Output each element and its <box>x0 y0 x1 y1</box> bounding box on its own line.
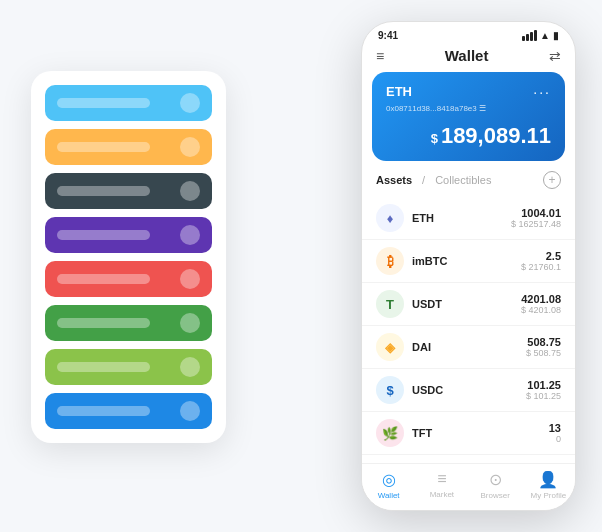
header-title: Wallet <box>445 47 489 64</box>
asset-row-dai[interactable]: ◈DAI508.75$ 508.75 <box>362 326 575 369</box>
time-label: 9:41 <box>378 30 398 41</box>
battery-icon: ▮ <box>553 30 559 41</box>
signal-bar-2 <box>526 34 529 41</box>
asset-usd-value-dai: $ 508.75 <box>526 348 561 358</box>
asset-amounts-dai: 508.75$ 508.75 <box>526 336 561 358</box>
card-item-icon-2 <box>180 181 200 201</box>
eth-card-label: ETH <box>386 84 412 99</box>
bottom-nav: ◎Wallet≡Market⊙Browser👤My Profile <box>362 463 575 510</box>
asset-amounts-usdt: 4201.08$ 4201.08 <box>521 293 561 315</box>
card-item-3[interactable] <box>45 217 212 253</box>
asset-usd-value-tft: 0 <box>549 434 561 444</box>
asset-icon-eth: ♦ <box>376 204 404 232</box>
asset-usd-value-eth: $ 162517.48 <box>511 219 561 229</box>
card-item-bar-6 <box>57 362 150 372</box>
asset-row-imbtc[interactable]: ₿imBTC2.5$ 21760.1 <box>362 240 575 283</box>
card-item-1[interactable] <box>45 129 212 165</box>
card-item-bar-5 <box>57 318 150 328</box>
card-item-bar-0 <box>57 98 150 108</box>
asset-amounts-eth: 1004.01$ 162517.48 <box>511 207 561 229</box>
asset-amounts-imbtc: 2.5$ 21760.1 <box>521 250 561 272</box>
asset-usd-value-imbtc: $ 21760.1 <box>521 262 561 272</box>
asset-list: ♦ETH1004.01$ 162517.48₿imBTC2.5$ 21760.1… <box>362 197 575 463</box>
card-item-icon-3 <box>180 225 200 245</box>
menu-icon[interactable]: ≡ <box>376 48 384 64</box>
card-item-0[interactable] <box>45 85 212 121</box>
scan-icon[interactable]: ⇄ <box>549 48 561 64</box>
profile-nav-icon: 👤 <box>538 470 558 489</box>
nav-label-my-profile: My Profile <box>531 491 567 500</box>
card-item-icon-4 <box>180 269 200 289</box>
eth-card[interactable]: ETH ··· 0x08711d38...8418a78e3 ☰ $189,08… <box>372 72 565 161</box>
tab-assets[interactable]: Assets <box>376 174 412 186</box>
asset-row-usdc[interactable]: $USDC101.25$ 101.25 <box>362 369 575 412</box>
asset-name-usdc: USDC <box>412 384 526 396</box>
card-item-5[interactable] <box>45 305 212 341</box>
phone-mockup: 9:41 ▲ ▮ ≡ Wallet ⇄ ETH ··· <box>361 21 576 511</box>
card-item-icon-6 <box>180 357 200 377</box>
asset-icon-tft: 🌿 <box>376 419 404 447</box>
eth-balance-symbol: $ <box>431 131 438 146</box>
card-item-bar-1 <box>57 142 150 152</box>
card-item-icon-5 <box>180 313 200 333</box>
card-item-icon-7 <box>180 401 200 421</box>
add-asset-button[interactable]: + <box>543 171 561 189</box>
card-item-6[interactable] <box>45 349 212 385</box>
asset-amounts-usdc: 101.25$ 101.25 <box>526 379 561 401</box>
browser-nav-icon: ⊙ <box>489 470 502 489</box>
asset-usd-value-usdc: $ 101.25 <box>526 391 561 401</box>
asset-icon-usdc: $ <box>376 376 404 404</box>
asset-name-imbtc: imBTC <box>412 255 521 267</box>
asset-amount-value-usdt: 4201.08 <box>521 293 561 305</box>
asset-usd-value-usdt: $ 4201.08 <box>521 305 561 315</box>
asset-name-eth: ETH <box>412 212 511 224</box>
eth-card-menu[interactable]: ··· <box>533 84 551 100</box>
asset-icon-imbtc: ₿ <box>376 247 404 275</box>
nav-label-browser: Browser <box>480 491 509 500</box>
assets-tabs: Assets / Collectibles <box>376 174 491 186</box>
asset-amounts-tft: 130 <box>549 422 561 444</box>
asset-amount-value-eth: 1004.01 <box>511 207 561 219</box>
card-item-bar-7 <box>57 406 150 416</box>
asset-amount-value-dai: 508.75 <box>526 336 561 348</box>
status-icons: ▲ ▮ <box>522 30 559 41</box>
asset-icon-usdt: T <box>376 290 404 318</box>
card-stack <box>31 71 226 443</box>
nav-label-market: Market <box>430 490 454 499</box>
asset-icon-dai: ◈ <box>376 333 404 361</box>
card-item-2[interactable] <box>45 173 212 209</box>
card-item-icon-1 <box>180 137 200 157</box>
asset-row-tft[interactable]: 🌿TFT130 <box>362 412 575 455</box>
nav-item-browser[interactable]: ⊙Browser <box>469 470 522 500</box>
nav-label-wallet: Wallet <box>378 491 400 500</box>
asset-row-usdt[interactable]: TUSDT4201.08$ 4201.08 <box>362 283 575 326</box>
eth-balance: $189,089.11 <box>386 123 551 149</box>
card-item-7[interactable] <box>45 393 212 429</box>
wifi-icon: ▲ <box>540 30 550 41</box>
asset-amount-value-imbtc: 2.5 <box>521 250 561 262</box>
signal-bar-1 <box>522 36 525 41</box>
card-item-icon-0 <box>180 93 200 113</box>
market-nav-icon: ≡ <box>437 470 446 488</box>
signal-bar-4 <box>534 30 537 41</box>
asset-name-tft: TFT <box>412 427 549 439</box>
card-item-4[interactable] <box>45 261 212 297</box>
asset-name-dai: DAI <box>412 341 526 353</box>
nav-item-my-profile[interactable]: 👤My Profile <box>522 470 575 500</box>
asset-name-usdt: USDT <box>412 298 521 310</box>
tab-collectibles[interactable]: Collectibles <box>435 174 491 186</box>
nav-item-market[interactable]: ≡Market <box>415 470 468 500</box>
eth-balance-value: 189,089.11 <box>441 123 551 148</box>
card-item-bar-2 <box>57 186 150 196</box>
phone-header: ≡ Wallet ⇄ <box>362 45 575 72</box>
status-bar: 9:41 ▲ ▮ <box>362 22 575 45</box>
scene: 9:41 ▲ ▮ ≡ Wallet ⇄ ETH ··· <box>11 11 591 521</box>
assets-header: Assets / Collectibles + <box>362 171 575 197</box>
eth-card-top: ETH ··· <box>386 84 551 100</box>
asset-amount-value-usdc: 101.25 <box>526 379 561 391</box>
signal-bar-3 <box>530 32 533 41</box>
nav-item-wallet[interactable]: ◎Wallet <box>362 470 415 500</box>
asset-row-eth[interactable]: ♦ETH1004.01$ 162517.48 <box>362 197 575 240</box>
wallet-nav-icon: ◎ <box>382 470 396 489</box>
card-item-bar-4 <box>57 274 150 284</box>
